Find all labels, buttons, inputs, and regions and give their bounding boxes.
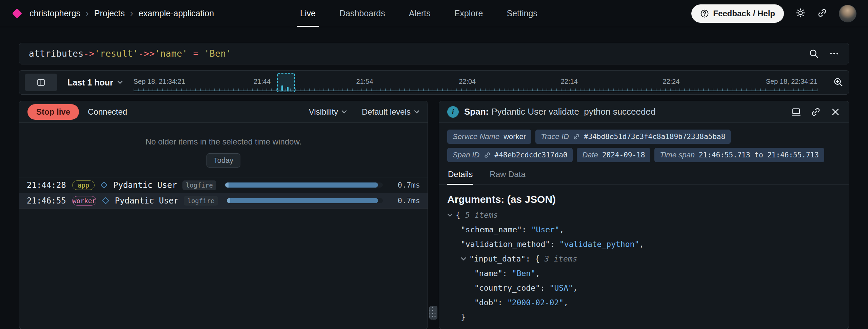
json-token: : <box>502 266 512 281</box>
topbar-actions: Feedback / Help <box>691 4 856 23</box>
sidebar-toggle-button[interactable] <box>25 74 57 91</box>
connection-status: Connected <box>88 107 127 117</box>
collapse-caret-icon[interactable] <box>447 213 453 217</box>
json-token: : { <box>526 252 544 266</box>
attribute-chip[interactable]: Trace ID#34bd8e51d73c3f4c8a189b72338a5ba… <box>535 130 731 144</box>
logfire-logo-icon[interactable] <box>12 8 22 19</box>
link-icon <box>817 8 827 18</box>
timeline-tick: Sep 18, 21:34:21 <box>134 78 185 85</box>
query-token <box>188 49 193 59</box>
zoom-in-icon <box>833 77 843 87</box>
attribute-chip[interactable]: Span ID#48eb2cdcdc317da0 <box>447 148 573 162</box>
columns-icon <box>37 78 45 87</box>
chip-rows: Service NameworkerTrace ID#34bd8e51d73c3… <box>447 130 841 162</box>
json-token: "validation_method" <box>461 237 550 252</box>
panel-resize-handle[interactable] <box>429 306 437 320</box>
duration-bar-track <box>227 198 383 203</box>
span-title: Span:Pydantic User validate_python succe… <box>464 107 655 117</box>
tab-settings[interactable]: Settings <box>505 0 538 27</box>
timeline-strip[interactable]: Sep 18, 21:34:2121:4421:5422:0422:1422:2… <box>134 71 817 94</box>
breadcrumb-item[interactable]: example-application <box>139 8 214 18</box>
json-token: 5 items <box>465 208 498 222</box>
attribute-chip[interactable]: Date2024-09-18 <box>577 148 650 162</box>
theme-toggle-button[interactable] <box>795 8 806 19</box>
time-range-label: Last 1 hour <box>67 78 113 88</box>
detail-tab-details[interactable]: Details <box>447 167 473 185</box>
copy-link-icon[interactable] <box>811 107 821 117</box>
json-token: , <box>573 281 578 295</box>
chip-label: Service Name <box>453 132 499 141</box>
trace-row[interactable]: 21:44:28appPydantic Userlogfire0.7ms <box>19 177 428 193</box>
chip-value: worker <box>504 132 526 141</box>
json-token: : <box>498 295 507 310</box>
arguments-heading: Arguments: (as JSON) <box>447 194 841 205</box>
json-line: "validation_method": "validate_python", <box>447 237 841 252</box>
live-view-header: Stop live Connected Visibility Default l… <box>19 101 428 123</box>
environment-tag[interactable]: app <box>72 180 95 190</box>
main-content: Stop live Connected Visibility Default l… <box>19 101 849 329</box>
timeline-tick: 21:44 <box>254 78 271 85</box>
breadcrumb-item[interactable]: Projects <box>94 8 125 18</box>
search-icon[interactable] <box>809 49 819 59</box>
time-range-select[interactable]: Last 1 hour <box>67 78 123 88</box>
link-icon[interactable] <box>484 152 491 158</box>
source-tag: logfire <box>182 180 216 190</box>
user-avatar[interactable] <box>839 5 856 22</box>
attribute-chip[interactable]: Time span21:46:55.713 to 21:46:55.713 <box>654 148 824 162</box>
info-icon: i <box>447 106 459 118</box>
span-title-prefix: Span: <box>464 107 489 117</box>
timeline-tick: 22:24 <box>663 78 679 85</box>
query-input[interactable]: attributes->'result'->>'name' = 'Ben' <box>29 49 232 59</box>
tab-live[interactable]: Live <box>299 0 317 27</box>
json-token: "dob" <box>474 295 498 310</box>
environment-tag[interactable]: worker <box>72 196 96 206</box>
duration-bar-fill <box>225 182 378 188</box>
json-token: 3 items <box>545 252 577 266</box>
feedback-help-button[interactable]: Feedback / Help <box>691 4 784 23</box>
timeline-tick: 21:54 <box>356 78 373 85</box>
attribute-chip[interactable]: Service Nameworker <box>447 130 531 144</box>
trace-row-duration: 0.7ms <box>393 196 420 205</box>
close-icon[interactable] <box>830 107 841 117</box>
tab-dashboards[interactable]: Dashboards <box>338 0 387 27</box>
chip-value: 21:46:55.713 to 21:46:55.713 <box>699 151 819 159</box>
json-token: "Ben" <box>512 266 535 281</box>
stop-live-button[interactable]: Stop live <box>27 104 79 120</box>
tab-alerts[interactable]: Alerts <box>408 0 432 27</box>
json-token: "2000-02-02" <box>507 295 564 310</box>
query-token: attributes <box>29 49 84 59</box>
json-token: "country_code" <box>474 281 540 295</box>
share-link-button[interactable] <box>817 8 827 19</box>
default-levels-dropdown[interactable]: Default levels <box>362 107 419 117</box>
timeline-selection[interactable] <box>277 73 295 92</box>
zoom-in-button[interactable] <box>833 77 843 88</box>
visibility-dropdown[interactable]: Visibility <box>309 107 347 117</box>
tab-explore[interactable]: Explore <box>453 0 485 27</box>
trace-row[interactable]: 21:46:55workerPydantic Userlogfire0.7ms <box>19 193 428 209</box>
breadcrumb-separator: › <box>86 8 89 19</box>
link-icon[interactable] <box>573 133 580 140</box>
detail-tab-raw-data[interactable]: Raw Data <box>489 167 526 185</box>
query-token: 'name' <box>155 49 188 59</box>
trace-row-duration: 0.7ms <box>393 181 420 189</box>
timeline-span-bar <box>281 85 283 91</box>
brand: christophergs›Projects›example-applicati… <box>12 8 214 19</box>
query-token <box>199 49 204 59</box>
query-bar[interactable]: attributes->'result'->>'name' = 'Ben' <box>19 43 849 64</box>
chip-label: Span ID <box>453 151 480 159</box>
collapse-caret-icon[interactable] <box>461 257 466 261</box>
today-button[interactable]: Today <box>206 153 241 168</box>
detail-tabs: DetailsRaw Data <box>439 167 849 185</box>
span-detail-panel: i Span:Pydantic User validate_python suc… <box>439 101 849 329</box>
timeline-tick: Sep 18, 22:34:21 <box>766 78 817 85</box>
breadcrumb-item[interactable]: christophergs <box>29 8 80 18</box>
json-line: "input_data": { 3 items <box>447 252 841 266</box>
json-token: "validate_python" <box>559 237 639 252</box>
open-in-panel-icon[interactable] <box>791 107 801 117</box>
more-options-icon[interactable] <box>829 49 839 59</box>
question-circle-icon <box>700 9 709 18</box>
primary-tabs: LiveDashboardsAlertsExploreSettings <box>299 0 539 27</box>
json-token: } <box>461 310 466 325</box>
json-token: "input_data" <box>469 252 526 266</box>
json-line: { 5 items <box>447 208 841 222</box>
